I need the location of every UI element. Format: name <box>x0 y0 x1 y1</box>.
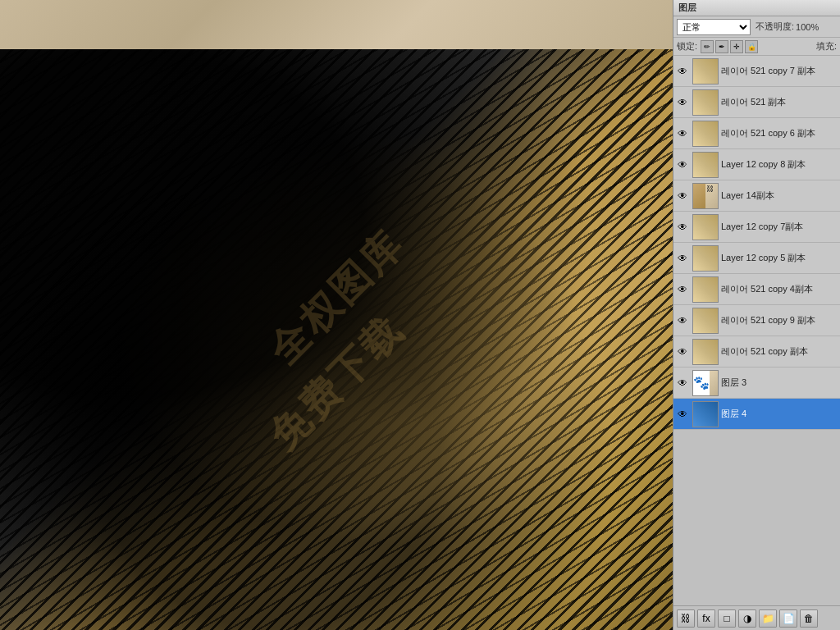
layer-row[interactable]: 👁 Layer 12 copy 5 副本 <box>673 243 840 274</box>
layer-thumbnail <box>692 89 719 116</box>
new-group-btn[interactable]: 📁 <box>759 609 777 628</box>
top-texture <box>0 0 673 49</box>
blend-mode-select[interactable]: 正常 溶解 正片叠底 <box>677 19 751 35</box>
link-layers-btn[interactable]: ⛓ <box>677 609 695 628</box>
layer-thumbnail-with-mask: ⛓ <box>692 183 719 209</box>
lock-label: 锁定: <box>677 40 697 52</box>
panel-title: 图层 <box>678 2 696 14</box>
layer-name: 图层 4 <box>721 408 838 420</box>
layer-name: 레이어 521 副本 <box>721 96 838 108</box>
layer-row[interactable]: 👁 레이어 521 copy 9 副本 <box>673 305 840 336</box>
layers-list[interactable]: 👁 레이어 521 copy 7 副本 👁 레이어 521 副本 👁 레이어 5… <box>673 56 840 587</box>
artwork-overlay <box>0 49 673 630</box>
layer-row[interactable]: 👁 Layer 12 copy 7副本 <box>673 212 840 243</box>
layer-name: 레이어 521 copy 4副本 <box>721 283 838 295</box>
layers-controls: 正常 溶解 正片叠底 不透明度: 100% <box>673 16 840 38</box>
adjustment-layer-btn[interactable]: ◑ <box>738 609 756 628</box>
layer-visibility-toggle[interactable]: 👁 <box>675 158 690 172</box>
layer-visibility-toggle[interactable]: 👁 <box>675 345 690 359</box>
layer-thumbnail <box>692 121 719 147</box>
layer-mask-btn[interactable]: □ <box>718 609 736 628</box>
opacity-label: 不透明度: <box>756 21 794 33</box>
layers-panel: 图层 正常 溶解 正片叠底 不透明度: 100% 锁定: ✏ ✒ ✛ 🔒 填充:… <box>673 0 840 630</box>
layer-thumbnail <box>692 339 719 365</box>
lock-position-btn[interactable]: ✛ <box>730 40 743 53</box>
layer-visibility-toggle[interactable]: 👁 <box>675 282 690 297</box>
layer-row[interactable]: 👁 🐾 图层 3 <box>673 368 840 399</box>
layer-row[interactable]: 👁 레이어 521 copy 7 副本 <box>673 56 840 87</box>
layer-row[interactable]: 👁 레이어 521 副本 <box>673 87 840 118</box>
lock-all-btn[interactable]: 🔒 <box>745 40 758 53</box>
layer-style-btn[interactable]: fx <box>697 609 715 628</box>
layer-thumbnail <box>692 245 719 272</box>
layer-name: 图层 3 <box>721 377 838 389</box>
layer-thumbnail <box>692 276 719 303</box>
new-layer-btn[interactable]: 📄 <box>779 609 797 628</box>
layer-visibility-toggle[interactable]: 👁 <box>675 251 690 266</box>
layer-name: 레이어 521 copy 7 副本 <box>721 65 838 77</box>
canvas-area: 全权图库 免费下载 <box>0 0 673 630</box>
layer-row[interactable]: 👁 ⛓ Layer 14副本 <box>673 180 840 212</box>
layer-visibility-toggle[interactable]: 👁 <box>675 189 690 203</box>
layer-row[interactable]: 👁 레이어 521 copy 6 副本 <box>673 118 840 149</box>
delete-layer-btn[interactable]: 🗑 <box>800 609 818 628</box>
layer-visibility-toggle[interactable]: 👁 <box>675 313 690 328</box>
layer-row[interactable]: 👁 Layer 12 copy 8 副本 <box>673 149 840 180</box>
artwork-area: 全权图库 免费下载 <box>0 49 673 630</box>
layer-row[interactable]: 👁 레이어 521 copy 4副本 <box>673 274 840 305</box>
lock-image-btn[interactable]: ✒ <box>715 40 728 53</box>
layer-name: Layer 12 copy 8 副本 <box>721 158 838 171</box>
layer-visibility-toggle[interactable]: 👁 <box>675 220 690 235</box>
layer-thumbnail <box>692 152 719 178</box>
layers-toolbar: ⛓ fx □ ◑ 📁 📄 🗑 <box>673 605 840 630</box>
fill-label: 填充: <box>816 40 837 52</box>
lock-row: 锁定: ✏ ✒ ✛ 🔒 填充: <box>673 38 840 56</box>
layer-thumbnail <box>692 214 719 240</box>
layer-name: 레이어 521 copy 9 副本 <box>721 314 838 326</box>
layer-visibility-toggle[interactable]: 👁 <box>675 376 690 390</box>
layer-name: Layer 12 copy 7副本 <box>721 221 838 233</box>
opacity-value: 100% <box>796 22 819 32</box>
layer-row[interactable]: 👁 레이어 521 copy 副本 <box>673 336 840 368</box>
layer-visibility-toggle[interactable]: 👁 <box>675 126 690 141</box>
layer-thumbnail <box>692 58 719 84</box>
layer-name: Layer 14副本 <box>721 189 838 202</box>
layer-thumbnail <box>692 308 719 334</box>
layer-thumbnail-special: 🐾 <box>692 370 719 396</box>
lock-icons: ✏ ✒ ✛ 🔒 <box>701 40 758 53</box>
layer-visibility-toggle[interactable]: 👁 <box>675 95 690 110</box>
layer-row-active[interactable]: 👁 图层 4 <box>673 399 840 430</box>
layer-visibility-toggle[interactable]: 👁 <box>675 64 690 79</box>
lock-transparent-btn[interactable]: ✏ <box>701 40 714 53</box>
layer-name: Layer 12 copy 5 副本 <box>721 252 838 264</box>
layers-panel-header: 图层 <box>673 0 840 16</box>
layer-name: 레이어 521 copy 副本 <box>721 345 838 358</box>
layer-thumbnail <box>692 401 719 427</box>
layer-name: 레이어 521 copy 6 副本 <box>721 127 838 139</box>
layer-visibility-toggle[interactable]: 👁 <box>675 407 690 422</box>
